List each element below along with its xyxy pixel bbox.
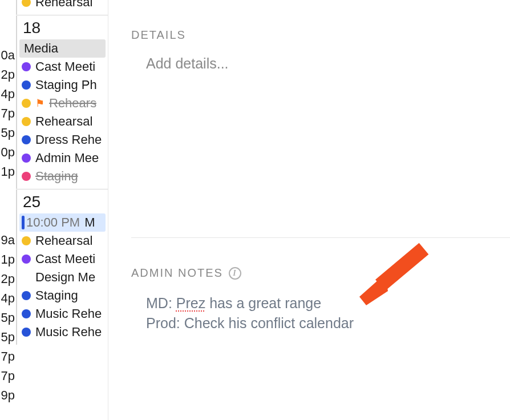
event-dot-icon	[22, 80, 31, 90]
calendar-event[interactable]: Rehearsal	[17, 232, 108, 250]
time-label: 1p	[1, 164, 15, 179]
event-label: M	[84, 215, 95, 230]
event-label: Rehears	[49, 96, 96, 111]
time-label: 7p	[1, 349, 15, 364]
event-dot-icon	[22, 255, 31, 264]
event-dot-icon	[22, 309, 31, 318]
event-dot-icon	[22, 0, 31, 7]
time-label: 1p	[1, 252, 15, 267]
detail-panel: DETAILS Add details... ADMIN NOTES i MD:…	[108, 0, 510, 420]
calendar-event[interactable]: Music Rehe	[17, 323, 108, 341]
event-dot-icon	[22, 328, 31, 337]
event-time: 10:00 PM	[26, 215, 80, 230]
calendar-event[interactable]: Music Rehe	[17, 305, 108, 323]
calendar-event-selected-time[interactable]: 10:00 PM M	[19, 213, 106, 232]
event-dot-icon	[22, 236, 31, 245]
time-label: 7p	[1, 369, 15, 383]
spellcheck-word: Prez	[176, 295, 205, 311]
details-header-label: DETAILS	[131, 29, 186, 42]
time-label: 4p	[1, 87, 15, 102]
calendar-event[interactable]: Staging	[17, 286, 108, 305]
event-dot-icon	[22, 172, 31, 181]
calendar-event[interactable]: Staging	[17, 167, 108, 185]
time-label: 9a	[1, 233, 15, 248]
event-label: Design Me	[35, 270, 95, 285]
admin-notes-header-label: ADMIN NOTES	[131, 266, 223, 280]
calendar-event[interactable]: Staging Ph	[17, 76, 108, 94]
event-dot-icon	[22, 135, 31, 144]
time-gutter: 0a 2p 4p 7p 5p 0p 1p 9a 1p 2p 4p 5p 5p 7…	[0, 0, 17, 420]
event-label: Rehearsal	[35, 114, 92, 129]
notes-text: has a great range	[205, 295, 321, 311]
event-dot-icon	[22, 291, 31, 300]
event-label: Staging	[35, 288, 78, 303]
calendar-event[interactable]: Rehearsal	[17, 0, 108, 11]
time-label: 5p	[1, 310, 15, 325]
day-number[interactable]: 25	[17, 189, 108, 213]
calendar-event[interactable]: Admin Mee	[17, 149, 108, 167]
details-section-header: DETAILS	[131, 29, 510, 42]
event-label: Media	[24, 41, 58, 56]
time-label: 5p	[1, 330, 15, 345]
time-label: 7p	[1, 106, 15, 121]
time-label: 5p	[1, 126, 15, 140]
event-dot-icon	[22, 99, 31, 108]
time-label: 0a	[1, 48, 15, 63]
event-label: Admin Mee	[35, 151, 99, 165]
event-label: Rehearsal	[35, 233, 92, 248]
day-number[interactable]: 18	[17, 15, 108, 39]
day-block-18: 18 Media Cast Meeti Staging Ph ⚑ Rehears	[17, 15, 108, 189]
time-label: 2p	[1, 272, 15, 286]
event-label: Staging Ph	[35, 78, 97, 92]
event-label: Cast Meeti	[35, 59, 95, 74]
event-label: Music Rehe	[35, 306, 102, 321]
info-icon[interactable]: i	[229, 267, 241, 280]
day-block-25: 25 10:00 PM M Rehearsal Cast Meeti Desig…	[17, 189, 108, 345]
event-label: Music Rehe	[35, 325, 102, 340]
calendar-event[interactable]: ⚑ Rehears	[17, 94, 108, 112]
time-label: 0p	[1, 145, 15, 160]
calendar-event[interactable]: Design Me	[17, 268, 108, 286]
event-label: Cast Meeti	[35, 252, 95, 266]
calendar-sidebar: 0a 2p 4p 7p 5p 0p 1p 9a 1p 2p 4p 5p 5p 7…	[0, 0, 108, 420]
admin-notes-section-header: ADMIN NOTES i	[131, 266, 510, 280]
event-label: Dress Rehe	[35, 132, 102, 147]
event-dot-icon	[22, 154, 31, 163]
admin-notes-body[interactable]: MD: Prez has a great range Prod: Check h…	[131, 293, 510, 333]
calendar-event[interactable]: Rehearsal	[17, 112, 108, 131]
time-label: 4p	[1, 291, 15, 306]
calendar-event[interactable]: Dress Rehe	[17, 131, 108, 149]
notes-text: Prod: Check his conflict calendar	[146, 313, 510, 333]
time-label: 9p	[1, 388, 15, 403]
event-label: Rehearsal	[35, 0, 92, 10]
calendar-event[interactable]: Cast Meeti	[17, 250, 108, 268]
day-block-partial: Rehearsal	[17, 0, 108, 15]
event-dot-icon	[22, 117, 31, 126]
event-label: Staging	[35, 169, 78, 184]
time-label: 2p	[1, 67, 15, 82]
event-dot-icon	[22, 62, 31, 71]
flag-icon: ⚑	[35, 97, 44, 110]
notes-text: MD:	[146, 295, 176, 311]
add-details-input[interactable]: Add details...	[131, 55, 510, 72]
calendar-event[interactable]: Cast Meeti	[17, 58, 108, 76]
calendar-event-media[interactable]: Media	[19, 39, 106, 58]
